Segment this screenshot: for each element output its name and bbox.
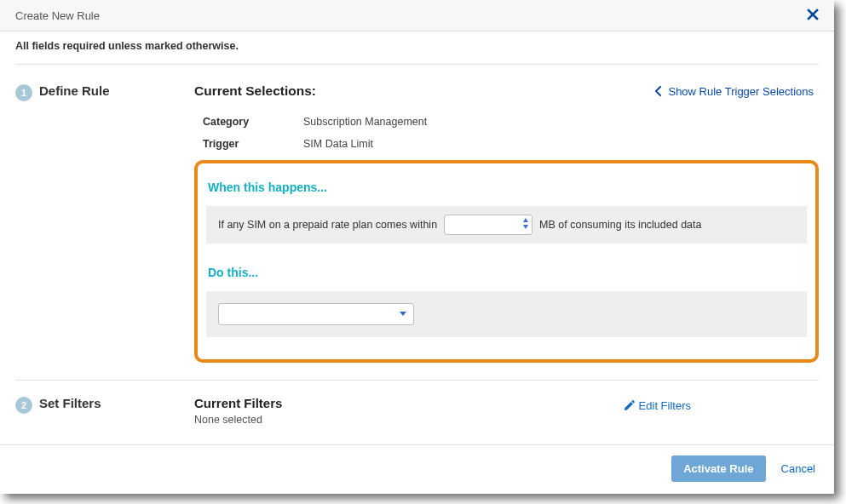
trigger-row: Trigger SIM Data Limit — [194, 133, 819, 155]
show-rule-trigger-selections-label: Show Rule Trigger Selections — [668, 85, 814, 98]
step-1-header: 1 Define Rule — [15, 83, 194, 363]
rule-definition-highlight: When this happens... If any SIM on a pre… — [194, 160, 819, 363]
step-badge-1: 1 — [15, 84, 32, 101]
cancel-button[interactable]: Cancel — [780, 457, 817, 480]
step-2-content: Current Filters None selected Edit Filte… — [194, 396, 819, 426]
condition-suffix-text: MB of consuming its included data — [539, 219, 701, 231]
modal-header: Create New Rule — [0, 0, 834, 32]
close-icon — [807, 9, 819, 20]
current-selections-title: Current Selections: — [194, 83, 316, 99]
chevron-left-icon — [654, 86, 663, 96]
mb-threshold-wrapper — [444, 215, 532, 235]
current-filters-block: Current Filters None selected — [194, 396, 282, 426]
action-select[interactable] — [218, 303, 414, 325]
when-this-happens-heading: When this happens... — [208, 180, 807, 194]
category-value: Subscription Management — [303, 116, 427, 128]
section-set-filters: 2 Set Filters Current Filters None selec… — [0, 381, 834, 441]
trigger-label: Trigger — [203, 138, 303, 150]
edit-filters-label: Edit Filters — [639, 399, 691, 412]
show-rule-trigger-selections-link[interactable]: Show Rule Trigger Selections — [654, 85, 819, 98]
do-this-heading: Do this... — [208, 266, 807, 279]
modal-footer: Activate Rule Cancel — [0, 444, 834, 494]
trigger-value: SIM Data Limit — [303, 138, 373, 150]
activate-rule-button[interactable]: Activate Rule — [671, 455, 765, 482]
required-fields-note: All fields required unless marked otherw… — [0, 32, 834, 64]
current-filters-title: Current Filters — [194, 396, 282, 410]
create-rule-modal: Create New Rule All fields required unle… — [0, 0, 834, 494]
pencil-icon — [624, 400, 635, 411]
step-1-title: Define Rule — [39, 83, 110, 98]
action-select-wrapper — [218, 303, 414, 325]
modal-title: Create New Rule — [15, 9, 100, 22]
step-2-title: Set Filters — [39, 396, 101, 410]
step-2-header: 2 Set Filters — [15, 396, 194, 426]
edit-filters-link[interactable]: Edit Filters — [624, 396, 819, 412]
action-bar — [206, 291, 807, 337]
condition-bar: If any SIM on a prepaid rate plan comes … — [206, 206, 807, 243]
section-define-rule: 1 Define Rule Current Selections: Show R… — [0, 65, 834, 380]
condition-prefix-text: If any SIM on a prepaid rate plan comes … — [218, 219, 437, 231]
current-filters-none: None selected — [194, 414, 282, 426]
selections-header: Current Selections: Show Rule Trigger Se… — [194, 83, 819, 99]
mb-threshold-input[interactable] — [444, 215, 532, 235]
close-button[interactable] — [803, 8, 822, 23]
step-1-content: Current Selections: Show Rule Trigger Se… — [194, 83, 819, 363]
category-label: Category — [203, 116, 303, 128]
category-row: Category Subscription Management — [194, 111, 819, 133]
step-badge-2: 2 — [15, 397, 32, 414]
